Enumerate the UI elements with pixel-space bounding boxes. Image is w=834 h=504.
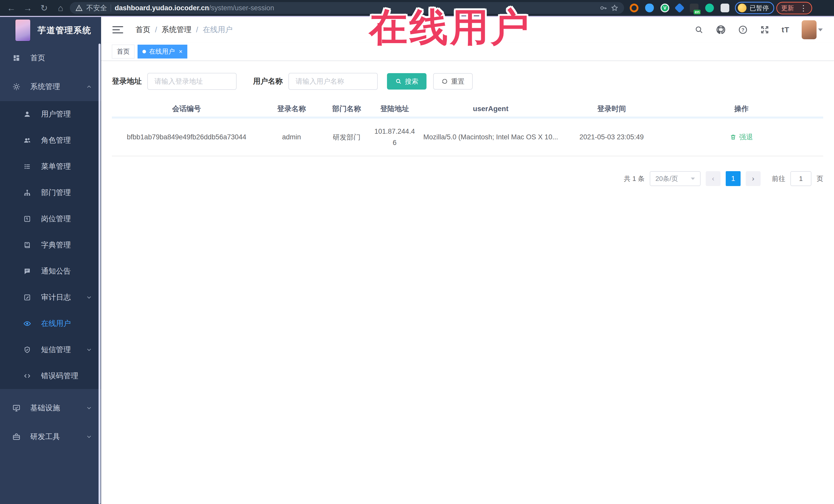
sidebar-item-dict[interactable]: 字典管理	[0, 232, 101, 258]
profile-paused-badge[interactable]: 已暂停	[735, 2, 774, 14]
sidebar-item-system[interactable]: 系统管理	[0, 72, 101, 101]
search-icon[interactable]	[695, 25, 704, 35]
sidebar-item-menus[interactable]: 菜单管理	[0, 153, 101, 180]
monitor-check-icon	[11, 404, 22, 412]
sidebar-item-dev-tools[interactable]: 研发工具	[0, 422, 101, 451]
not-secure-warning-icon	[75, 4, 83, 12]
cell-user-agent: Mozilla/5.0 (Macintosh; Intel Mac OS X 1…	[418, 117, 564, 156]
progress-line	[0, 16, 834, 17]
sidebar-item-label: 研发工具	[30, 432, 77, 442]
sidebar-item-departments[interactable]: 部门管理	[0, 180, 101, 206]
avatar	[802, 20, 816, 39]
extension-orange-icon[interactable]	[630, 4, 638, 12]
back-icon[interactable]: ←	[4, 2, 19, 14]
reload-icon[interactable]: ↻	[37, 2, 51, 14]
github-icon[interactable]	[716, 25, 726, 35]
sessions-table: 会话编号 登录名称 部门名称 登陆地址 userAgent 登录时间 操作 bf…	[112, 101, 823, 156]
extension-gem-icon[interactable]	[674, 3, 685, 13]
toolbox-icon	[11, 433, 22, 441]
sidebar-toggle-icon[interactable]	[112, 26, 123, 34]
page-size-select[interactable]: 20条/页	[650, 171, 701, 186]
extensions-puzzle-icon[interactable]	[721, 4, 729, 12]
chat-bubble-icon	[22, 267, 32, 275]
goto-page-input[interactable]	[790, 171, 811, 186]
chevron-down-icon	[86, 434, 92, 440]
chevron-down-icon	[86, 294, 92, 301]
sidebar-item-sms[interactable]: 短信管理	[0, 337, 101, 363]
search-button[interactable]: 搜索	[387, 73, 426, 90]
url-text: dashboard.yudao.iocoder.cn/system/user-s…	[115, 4, 274, 12]
font-size-icon[interactable]: tT	[782, 25, 789, 34]
username-input[interactable]	[288, 73, 378, 90]
sidebar-item-label: 错误码管理	[41, 371, 92, 381]
sidebar-item-label: 审计日志	[41, 292, 77, 303]
user-icon	[22, 110, 32, 118]
roles-icon	[22, 136, 32, 144]
sidebar-scrollbar[interactable]	[98, 44, 101, 504]
sidebar-item-roles[interactable]: 角色管理	[0, 127, 101, 153]
svg-text:?: ?	[741, 27, 744, 32]
fullscreen-icon[interactable]	[760, 25, 769, 35]
help-icon[interactable]: ?	[738, 25, 748, 35]
password-key-icon[interactable]	[599, 4, 607, 12]
tab-home[interactable]: 首页	[112, 45, 134, 59]
translate-en-badge: en	[694, 10, 701, 14]
tab-online-users[interactable]: 在线用户 ×	[137, 45, 187, 59]
address-input[interactable]	[147, 73, 237, 90]
prev-page-button[interactable]: ‹	[706, 171, 721, 186]
update-label: 更新	[781, 4, 794, 12]
user-menu[interactable]	[802, 20, 823, 39]
col-login-time: 登录时间	[564, 101, 659, 117]
sidebar-item-label: 字典管理	[41, 240, 92, 250]
forward-icon[interactable]: →	[21, 2, 35, 14]
close-tab-icon[interactable]: ×	[179, 48, 182, 55]
extension-green-icon[interactable]	[705, 4, 714, 12]
home-icon[interactable]: ⌂	[53, 2, 68, 14]
sidebar-item-label: 菜单管理	[41, 161, 92, 172]
chevron-down-icon	[691, 178, 695, 180]
chevron-down-icon	[86, 346, 92, 353]
app-frame: 芋道管理系统 首页 系统管理 用户管理 角色管理	[0, 17, 834, 504]
chrome-update-button[interactable]: 更新 ⋮	[776, 2, 812, 14]
sidebar-item-online-users[interactable]: 在线用户	[0, 310, 101, 337]
sidebar-item-users[interactable]: 用户管理	[0, 101, 101, 127]
caret-down-icon	[818, 28, 823, 31]
col-session-id: 会话编号	[112, 101, 261, 117]
chevron-down-icon	[86, 405, 92, 411]
extension-v-icon[interactable]: V	[660, 4, 669, 12]
logo-row[interactable]: 芋道管理系统	[0, 17, 101, 44]
sidebar-item-label: 通知公告	[41, 266, 92, 277]
sidebar: 芋道管理系统 首页 系统管理 用户管理 角色管理	[0, 17, 101, 504]
browser-chrome: ← → ↻ ⌂ 不安全 dashboard.yudao.iocoder.cn/s…	[0, 0, 834, 16]
sidebar-item-infrastructure[interactable]: 基础设施	[0, 394, 101, 422]
cell-username: admin	[261, 117, 322, 156]
next-page-button[interactable]: ›	[746, 171, 761, 186]
sidebar-menu: 首页 系统管理 用户管理 角色管理 菜单管理	[0, 44, 101, 451]
menu-list-icon	[22, 163, 32, 170]
sidebar-item-error-codes[interactable]: 错误码管理	[0, 363, 101, 389]
extension-bulb-icon[interactable]	[645, 4, 654, 12]
force-logout-button[interactable]: 强退	[730, 132, 753, 141]
app-header: 首页 / 系统管理 / 在线用户 ? tT	[101, 17, 834, 43]
extensions-row: V en	[630, 4, 729, 12]
browser-menu-icon[interactable]: ⋮	[798, 4, 807, 13]
goto-label: 前往	[772, 174, 785, 183]
breadcrumb-system[interactable]: 系统管理	[162, 25, 192, 35]
breadcrumb-home[interactable]: 首页	[135, 25, 150, 35]
page-1-button[interactable]: 1	[726, 171, 741, 186]
sidebar-item-posts[interactable]: 岗位管理	[0, 206, 101, 232]
eye-icon	[22, 320, 32, 327]
table-header-row: 会话编号 登录名称 部门名称 登陆地址 userAgent 登录时间 操作	[112, 101, 823, 117]
profile-emoji-icon	[738, 4, 746, 12]
sidebar-item-audit-log[interactable]: 审计日志	[0, 284, 101, 310]
sidebar-item-notice[interactable]: 通知公告	[0, 258, 101, 284]
page-content: 登录地址 用户名称 搜索 重置	[101, 61, 834, 504]
sidebar-item-home[interactable]: 首页	[0, 44, 101, 72]
address-bar[interactable]: 不安全 dashboard.yudao.iocoder.cn/system/us…	[70, 2, 624, 14]
extension-translate-icon[interactable]: en	[690, 4, 699, 12]
refresh-icon	[441, 78, 448, 85]
reset-button[interactable]: 重置	[433, 73, 473, 90]
bookmark-star-icon[interactable]	[611, 4, 618, 12]
security-label: 不安全	[86, 3, 107, 13]
sidebar-item-label: 系统管理	[30, 82, 77, 92]
